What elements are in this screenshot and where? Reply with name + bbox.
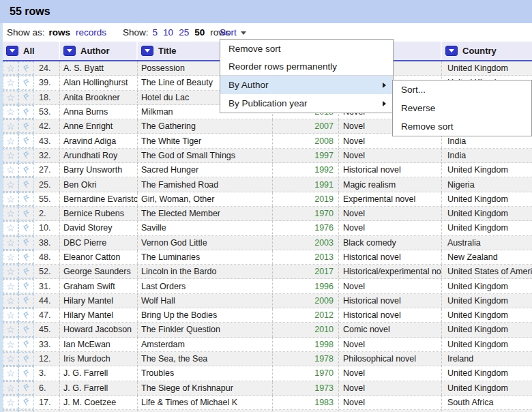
star-cell[interactable]: ☆ <box>3 149 18 162</box>
menu-item-by-author[interactable]: By Author <box>220 76 393 94</box>
page-size-10-link[interactable]: 10 <box>163 27 173 38</box>
star-cell[interactable]: ☆ <box>3 76 18 89</box>
flag-cell[interactable] <box>18 91 34 104</box>
star-cell[interactable]: ☆ <box>3 105 18 119</box>
cell-title: Sacred Hunger <box>138 163 273 177</box>
page-size-25-link[interactable]: 25 <box>179 27 189 38</box>
flag-cell[interactable] <box>18 366 34 380</box>
table-row: ☆ 47. Hilary Mantel Bring Up the Bodies … <box>3 308 532 323</box>
menu-item-by-publication-year[interactable]: By Publication year <box>220 94 393 113</box>
star-cell[interactable]: ☆ <box>3 134 18 147</box>
view-option-records-link[interactable]: records <box>76 27 106 38</box>
flag-cell[interactable] <box>18 105 34 119</box>
flag-cell[interactable] <box>18 294 34 308</box>
cell-title: Life & Times of Michael K <box>138 396 273 409</box>
flag-cell[interactable] <box>18 236 34 250</box>
flag-cell[interactable] <box>18 207 34 220</box>
column-menu-button-country[interactable] <box>445 46 458 56</box>
flag-cell[interactable] <box>18 134 34 147</box>
cell-genre: Novel <box>339 381 442 395</box>
cell-title: The Gathering <box>138 119 273 133</box>
cell-author: Eleanor Catton <box>60 250 138 264</box>
flag-icon <box>22 180 31 189</box>
column-menu-button-all[interactable] <box>6 46 18 56</box>
flag-icon <box>22 383 31 392</box>
column-label-country: Country <box>462 46 497 56</box>
star-cell[interactable]: ☆ <box>3 236 18 250</box>
cell-genre: Novel <box>339 279 442 293</box>
flag-cell[interactable] <box>18 61 34 75</box>
star-cell[interactable]: ☆ <box>3 119 18 133</box>
submenu-item-remove-sort[interactable]: Remove sort <box>393 117 531 136</box>
chevron-down-icon <box>241 31 246 35</box>
flag-cell[interactable] <box>18 352 34 366</box>
page-size-5-link[interactable]: 5 <box>153 27 158 38</box>
cell-title: Saville <box>138 221 273 235</box>
flag-cell[interactable] <box>18 192 34 206</box>
star-cell[interactable]: ☆ <box>3 396 18 409</box>
flag-cell[interactable] <box>18 163 34 177</box>
flag-cell[interactable] <box>18 279 34 293</box>
flag-cell[interactable] <box>18 338 34 351</box>
row-number: 6. <box>34 381 60 395</box>
cell-publication-year: 2010 <box>273 323 339 336</box>
star-cell[interactable]: ☆ <box>3 221 18 235</box>
star-cell[interactable]: ☆ <box>3 207 18 220</box>
cell-country: United Kingdom <box>442 192 532 206</box>
star-cell[interactable]: ☆ <box>3 91 18 104</box>
flag-icon <box>22 151 31 160</box>
star-cell[interactable]: ☆ <box>3 61 18 75</box>
flag-icon <box>22 325 31 334</box>
row-number: 18. <box>34 91 60 104</box>
flag-cell[interactable] <box>18 396 34 409</box>
column-menu-button-author[interactable] <box>63 46 76 56</box>
star-cell[interactable]: ☆ <box>3 192 18 206</box>
cell-author: Graham Swift <box>60 279 138 293</box>
star-cell[interactable]: ☆ <box>3 279 18 293</box>
cell-title: The Famished Road <box>138 177 273 191</box>
flag-cell[interactable] <box>18 265 34 278</box>
star-icon: ☆ <box>6 383 15 393</box>
cell-country: Ireland <box>442 352 532 366</box>
flag-cell[interactable] <box>18 177 34 191</box>
flag-cell[interactable] <box>18 76 34 89</box>
flag-cell[interactable] <box>18 381 34 395</box>
row-number: 24. <box>34 61 60 75</box>
menu-item-remove-sort[interactable]: Remove sort <box>220 40 393 57</box>
star-cell[interactable]: ☆ <box>3 381 18 395</box>
cell-publication-year: 2012 <box>273 308 339 322</box>
cell-author: Bernice Rubens <box>60 207 138 220</box>
star-icon: ☆ <box>6 310 15 320</box>
star-cell[interactable]: ☆ <box>3 352 18 366</box>
submenu-item-sort[interactable]: Sort... <box>393 80 531 99</box>
star-cell[interactable]: ☆ <box>3 163 18 177</box>
flag-cell[interactable] <box>18 221 34 235</box>
flag-cell[interactable] <box>18 119 34 133</box>
star-icon: ☆ <box>6 296 15 306</box>
flag-cell[interactable] <box>18 250 34 264</box>
cell-country: United Kingdom <box>442 323 532 336</box>
star-cell[interactable]: ☆ <box>3 265 18 278</box>
star-cell[interactable]: ☆ <box>3 308 18 322</box>
star-cell[interactable]: ☆ <box>3 177 18 191</box>
cell-author: Barry Unsworth <box>60 163 138 177</box>
star-cell[interactable]: ☆ <box>3 366 18 380</box>
sort-dropdown-menu: Remove sort Reorder rows permanently By … <box>220 39 394 113</box>
flag-cell[interactable] <box>18 323 34 336</box>
cell-title: The Luminaries <box>138 250 273 264</box>
flag-cell[interactable] <box>18 308 34 322</box>
submenu-item-reverse[interactable]: Reverse <box>393 99 531 117</box>
star-cell[interactable]: ☆ <box>3 338 18 351</box>
star-icon: ☆ <box>6 252 15 262</box>
column-menu-button-title[interactable] <box>141 46 153 56</box>
star-cell[interactable]: ☆ <box>3 323 18 336</box>
star-cell[interactable]: ☆ <box>3 294 18 308</box>
star-cell[interactable]: ☆ <box>3 250 18 264</box>
row-number: 10. <box>34 221 60 235</box>
star-icon: ☆ <box>6 325 15 334</box>
table-row: ☆ 55. Bernardine Evaristo Girl, Woman, O… <box>3 192 532 207</box>
cell-title: The Siege of Krishnapur <box>138 381 273 395</box>
cell-author: Ian McEwan <box>60 338 138 351</box>
flag-cell[interactable] <box>18 149 34 162</box>
menu-item-reorder-rows-permanently[interactable]: Reorder rows permanently <box>220 57 393 75</box>
